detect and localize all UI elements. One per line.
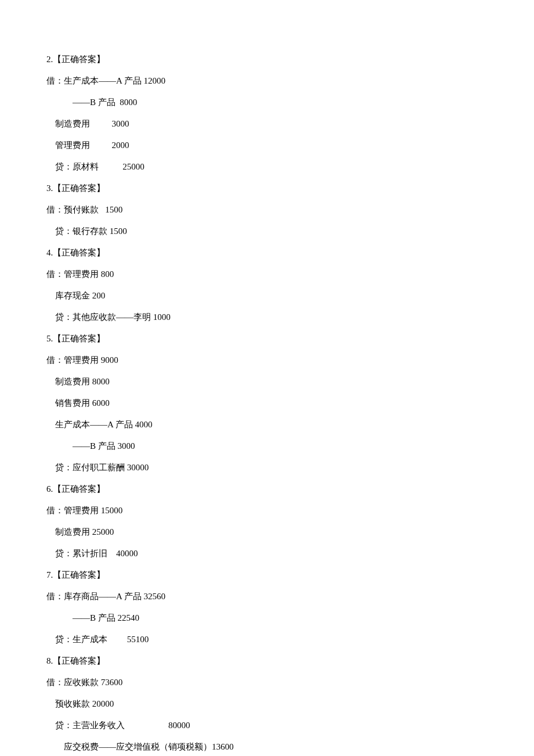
text-line: 借：库存商品——A 产品 32560 [46,592,488,601]
text-line: 6.【正确答案】 [46,485,488,494]
text-line: 贷：应付职工薪酬 30000 [46,463,488,472]
text-line: 5.【正确答案】 [46,334,488,343]
text-line: 借：生产成本——A 产品 12000 [46,77,488,85]
text-line: 制造费用 3000 [46,120,488,128]
text-line: 贷：其他应收款——李明 1000 [46,313,488,322]
text-line: ——B 产品 22540 [46,614,488,622]
text-line: 2.【正确答案】 [46,55,488,64]
text-line: 制造费用 25000 [46,528,488,537]
text-line: 库存现金 200 [46,291,488,300]
text-line: 制造费用 8000 [46,377,488,386]
text-line: 贷：银行存款 1500 [46,227,488,236]
text-line: 贷：生产成本 55100 [46,635,488,644]
document-page: 2.【正确答案】 借：生产成本——A 产品 12000 ——B 产品 8000 … [0,0,534,756]
text-line: 贷：原材料 25000 [46,163,488,171]
text-line: 4.【正确答案】 [46,249,488,257]
text-line: ——B 产品 8000 [46,98,488,107]
text-line: 管理费用 2000 [46,141,488,150]
text-line: 借：管理费用 800 [46,270,488,279]
text-line: 应交税费——应交增值税（销项税额）13600 [46,743,488,751]
text-line: 销售费用 6000 [46,399,488,408]
text-line: 贷：累计折旧 40000 [46,549,488,558]
text-line: 7.【正确答案】 [46,571,488,579]
text-line: 贷：主营业务收入 80000 [46,721,488,730]
text-line: 8.【正确答案】 [46,657,488,665]
text-line: 预收账款 20000 [46,700,488,708]
text-line: 3.【正确答案】 [46,184,488,193]
text-line: 借：管理费用 15000 [46,506,488,515]
text-line: ——B 产品 3000 [46,442,488,451]
text-line: 借：预付账款 1500 [46,206,488,214]
text-line: 借：应收账款 73600 [46,678,488,687]
text-line: 生产成本——A 产品 4000 [46,420,488,429]
text-line: 借：管理费用 9000 [46,356,488,365]
